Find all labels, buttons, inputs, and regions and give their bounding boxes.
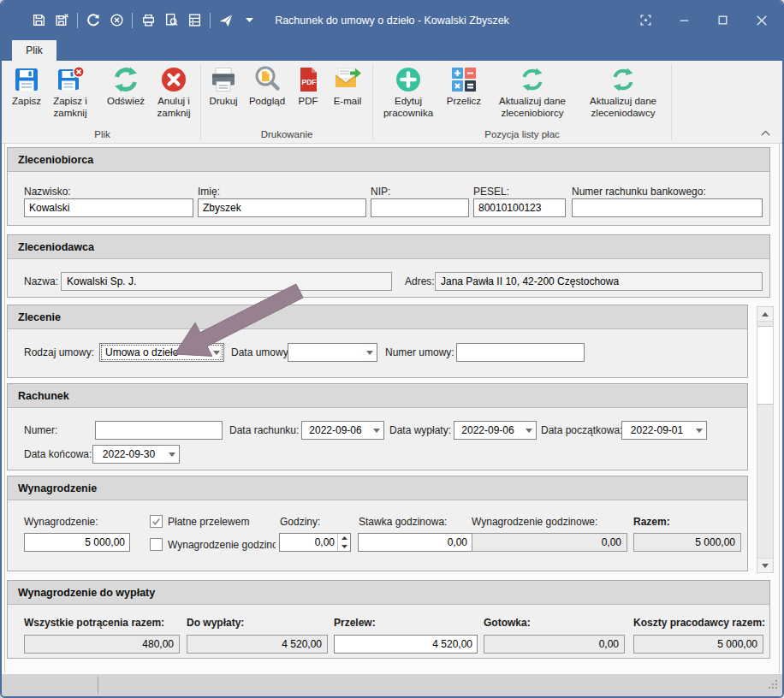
zapisz-i-zamknij-button[interactable]: Zapisz i zamknij	[46, 63, 94, 121]
godziny-input[interactable]	[280, 534, 337, 551]
focus-mode-icon[interactable]	[627, 2, 665, 38]
section-title: Wynagrodzenie do wypłaty	[8, 581, 769, 605]
nazwa-field[interactable]: Kowalski Sp. J.	[61, 272, 392, 291]
odswiez-button[interactable]: Odśwież	[102, 63, 150, 109]
data-rachunku-combobox[interactable]: 2022-09-06	[301, 421, 384, 440]
data-poczatkowa-combobox[interactable]: 2022-09-01	[621, 421, 707, 440]
section-wynagrodzenie: Wynagrodzenie Wynagrodzenie: Płatne prze…	[7, 476, 748, 571]
ribbon: Zapisz Zapisz i zamknij Odśwież	[2, 61, 782, 144]
email-button[interactable]: E-mail	[325, 63, 370, 109]
toolbar-dropdown-icon[interactable]	[241, 13, 257, 28]
przelicz-button[interactable]: Przelicz	[441, 63, 487, 109]
przelew-label: Przelew:	[334, 617, 376, 629]
spinner-buttons	[337, 534, 350, 551]
vertical-scrollbar[interactable]	[757, 306, 774, 573]
save-close-icon[interactable]	[54, 13, 69, 28]
godziny-spinner[interactable]	[279, 533, 351, 552]
godziny-label: Godziny:	[280, 516, 320, 528]
przelew-input[interactable]	[334, 635, 478, 654]
pdf-icon[interactable]	[187, 13, 202, 28]
data-poczatkowa-label: Data początkowa:	[541, 424, 622, 436]
koszty-pracodawcy-label: Koszty pracodawcy razem:	[633, 617, 765, 629]
edytuj-pracownika-button[interactable]: Edytuj pracownika	[376, 63, 441, 121]
print-icon[interactable]	[140, 13, 156, 28]
preview-icon[interactable]	[163, 13, 179, 28]
stawka-godzinowa-input[interactable]	[358, 533, 472, 552]
numer-umowy-label: Numer umowy:	[385, 346, 454, 358]
dropdown-arrow-icon[interactable]	[362, 344, 377, 361]
send-icon[interactable]	[218, 13, 234, 28]
wynagrodzenie-godzinowe-label: Wynagrodzenie godzinowe:	[472, 516, 597, 528]
ribbon-group-drukowanie: Drukuj Podgląd PDF PDF	[204, 61, 370, 143]
svg-text:PDF: PDF	[302, 78, 317, 86]
ribbon-group-separator	[200, 64, 201, 139]
numer-umowy-input[interactable]	[456, 343, 585, 362]
numer-rachunku-input[interactable]	[95, 421, 223, 440]
data-rachunku-label: Data rachunku:	[229, 424, 299, 436]
zapisz-button[interactable]: Zapisz	[7, 63, 46, 109]
scroll-down-button[interactable]	[757, 558, 773, 572]
dropdown-arrow-icon[interactable]	[369, 422, 383, 439]
section-title: Rachunek	[8, 384, 747, 408]
dropdown-arrow-icon[interactable]	[164, 446, 179, 463]
save-icon[interactable]	[31, 13, 46, 28]
add-person-circle-icon	[394, 65, 423, 94]
group-label-plik: Plik	[7, 128, 198, 143]
pdf-button[interactable]: PDF PDF	[291, 63, 325, 109]
imie-input[interactable]	[198, 198, 366, 217]
wynagrodzenie-godzinowe-checkbox[interactable]: Wynagrodzenie godzinowe	[150, 538, 276, 551]
dropdown-arrow-icon[interactable]	[521, 422, 536, 439]
rodzaj-umowy-combobox[interactable]: Umowa o dzieło	[99, 343, 224, 362]
data-umowy-label: Data umowy:	[231, 346, 291, 358]
collapse-ribbon-button[interactable]	[758, 127, 772, 139]
section-zleceniobiorca: Zleceniobiorca Nazwisko: Imię: NIP: PESE…	[7, 147, 770, 226]
data-koncowa-combobox[interactable]: 2022-09-30	[92, 445, 180, 464]
podglad-button[interactable]: Podgląd	[243, 63, 291, 109]
wynagrodzenie-godzinowe-field: 0,00	[472, 533, 627, 552]
dropdown-arrow-icon[interactable]	[209, 344, 223, 361]
printer-icon	[209, 65, 238, 94]
data-umowy-combobox[interactable]	[288, 343, 377, 362]
toolbar-separator	[77, 13, 78, 28]
do-wyplaty-label: Do wypłaty:	[187, 617, 244, 629]
checkbox-box-checked	[150, 515, 163, 528]
platne-przelewem-checkbox[interactable]: Płatne przelewem	[150, 515, 249, 528]
group-label-drukowanie: Drukowanie	[204, 128, 370, 143]
refresh-circular-icon	[111, 65, 140, 94]
wynagrodzenie-input[interactable]	[24, 533, 130, 552]
nazwisko-input[interactable]	[24, 198, 193, 217]
ribbon-tab-row: Plik	[2, 38, 782, 61]
stawka-godzinowa-label: Stawka godzinowa:	[359, 516, 447, 528]
spin-down-icon[interactable]	[338, 542, 350, 551]
refresh-icon[interactable]	[86, 13, 101, 28]
numer-rachunku-label: Numer rachunku bankowego:	[572, 186, 706, 198]
maximize-button[interactable]	[704, 2, 742, 38]
gotowka-label: Gotowka:	[484, 617, 531, 629]
minimize-button[interactable]	[665, 2, 704, 38]
save-floppy-icon	[12, 65, 41, 94]
calculator-grid-icon	[449, 65, 478, 94]
tab-plik[interactable]: Plik	[12, 40, 56, 61]
aktualizuj-dane-zleceniobiorcy-button[interactable]: Aktualizuj dane zleceniobiorcy	[487, 63, 578, 121]
toolbar-separator	[132, 13, 133, 28]
close-button[interactable]	[742, 2, 781, 38]
data-wyplaty-combobox[interactable]: 2022-09-06	[454, 421, 537, 440]
drukuj-button[interactable]: Drukuj	[204, 63, 243, 109]
numer-rachunku-input[interactable]	[572, 198, 763, 217]
spin-up-icon[interactable]	[338, 534, 350, 542]
numer-rachunku-label: Numer:	[24, 424, 57, 436]
dropdown-arrow-icon[interactable]	[692, 422, 706, 439]
wynagrodzenie-label: Wynagrodzenie:	[24, 516, 98, 528]
aktualizuj-dane-zleceniodawcy-button[interactable]: Aktualizuj dane zleceniodawcy	[578, 63, 668, 121]
nazwa-label: Nazwa:	[24, 275, 58, 287]
adres-field[interactable]: Jana Pawła II 10, 42-200 Częstochowa	[435, 272, 763, 291]
cancel-icon[interactable]	[109, 13, 124, 28]
scrollbar-thumb[interactable]	[757, 326, 773, 405]
anuluj-i-zamknij-button[interactable]: Anuluj i zamknij	[150, 63, 198, 121]
data-wyplaty-label: Data wypłaty:	[389, 424, 451, 436]
resize-grip[interactable]	[769, 677, 778, 693]
section-wynagrodzenie-do-wyplaty: Wynagrodzenie do wypłaty Wszystkie potrą…	[7, 580, 770, 659]
scroll-up-button[interactable]	[757, 307, 773, 322]
nip-input[interactable]	[371, 198, 469, 217]
pesel-input[interactable]	[473, 198, 566, 217]
